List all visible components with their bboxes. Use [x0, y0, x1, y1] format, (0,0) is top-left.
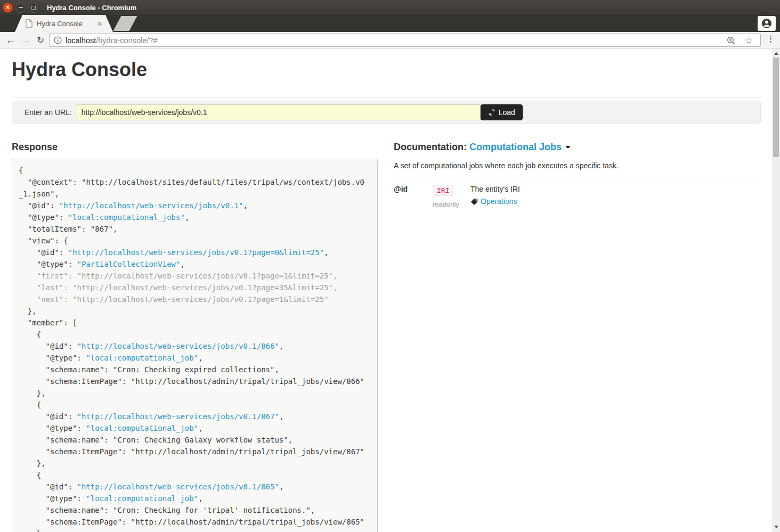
tab-title: Hydra Console — [37, 20, 97, 28]
avatar-icon — [761, 18, 772, 29]
window-close-icon: × — [6, 4, 10, 11]
documentation-header: Documentation: Computational Jobs — [394, 142, 761, 153]
url-text[interactable]: localhost/hydra-console/?# — [66, 36, 158, 45]
url-input-label: Enter an URL: — [25, 108, 72, 117]
back-button[interactable]: ← — [3, 35, 18, 45]
documentation-class-link[interactable]: Computational Jobs — [469, 142, 562, 152]
url-form: Enter an URL: Load — [12, 101, 761, 124]
page-content: Hydra Console Enter an URL: Load Respons… — [0, 48, 772, 532]
tag-icon — [470, 198, 478, 206]
property-name: @id — [394, 185, 433, 193]
profile-avatar-button[interactable] — [758, 16, 776, 31]
page-title: Hydra Console — [12, 59, 761, 81]
window-minimize-button[interactable] — [15, 3, 26, 13]
window-close-button[interactable]: × — [3, 3, 13, 13]
zoom-indicator-icon[interactable] — [727, 36, 736, 45]
response-json[interactable]: { "@context": "http://localhost/sites/de… — [12, 159, 378, 532]
load-button-label: Load — [499, 108, 515, 117]
operations-link[interactable]: Operations — [481, 197, 517, 206]
browser-tab[interactable]: Hydra Console × — [15, 15, 113, 32]
vertical-scrollbar[interactable] — [772, 48, 780, 532]
page-icon — [26, 19, 32, 28]
response-heading: Response — [12, 142, 378, 153]
property-description: The entity's IRI — [470, 185, 520, 193]
response-panel: Response { "@context": "http://localhost… — [12, 142, 378, 532]
browser-menu-icon[interactable]: ⋮ — [767, 35, 775, 44]
browser-toolbar: ← → ↻ localhost/hydra-console/?# ☆ ⋮ — [0, 32, 780, 48]
property-type-cell: IRI readonly — [433, 185, 470, 208]
address-bar[interactable]: localhost/hydra-console/?# ☆ — [49, 34, 761, 47]
window-title: Hydra Console - Chromium — [47, 4, 136, 12]
window-maximize-icon — [31, 6, 36, 10]
documentation-divider — [394, 177, 761, 177]
scroll-down-icon[interactable] — [774, 526, 778, 528]
operations-row: Operations — [470, 197, 520, 206]
tab-strip: Hydra Console × — [0, 15, 780, 32]
readonly-label: readonly — [433, 200, 470, 208]
documentation-panel: Documentation: Computational Jobs A set … — [394, 142, 761, 532]
scrollbar-thumb[interactable] — [773, 58, 779, 157]
chevron-down-icon[interactable] — [565, 146, 571, 149]
window-minimize-icon — [19, 7, 23, 8]
api-url-input[interactable] — [76, 104, 481, 120]
window-controls: × — [3, 3, 38, 13]
load-button[interactable]: Load — [481, 104, 523, 120]
property-detail-cell: The entity's IRI Operations — [470, 185, 520, 206]
forward-button[interactable]: → — [18, 35, 33, 45]
scroll-up-icon[interactable] — [774, 52, 778, 55]
window-maximize-button[interactable] — [28, 3, 38, 13]
new-tab-button[interactable] — [113, 16, 137, 31]
url-host: localhost — [66, 36, 96, 45]
property-row: @id IRI readonly The entity's IRI Operat… — [394, 185, 761, 208]
bookmark-star-icon[interactable]: ☆ — [745, 35, 753, 46]
main-columns: Response { "@context": "http://localhost… — [12, 142, 761, 532]
documentation-label: Documentation: — [394, 142, 467, 152]
tab-close-icon[interactable]: × — [97, 19, 102, 28]
page-info-icon[interactable] — [54, 36, 62, 44]
url-path: /hydra-console/?# — [96, 36, 157, 45]
reload-button[interactable]: ↻ — [33, 36, 48, 45]
refresh-icon — [488, 109, 495, 116]
documentation-description: A set of computational jobs where each j… — [394, 161, 761, 170]
type-badge: IRI — [433, 185, 453, 196]
header-divider — [12, 97, 761, 98]
window-titlebar: × Hydra Console - Chromium — [0, 0, 780, 15]
